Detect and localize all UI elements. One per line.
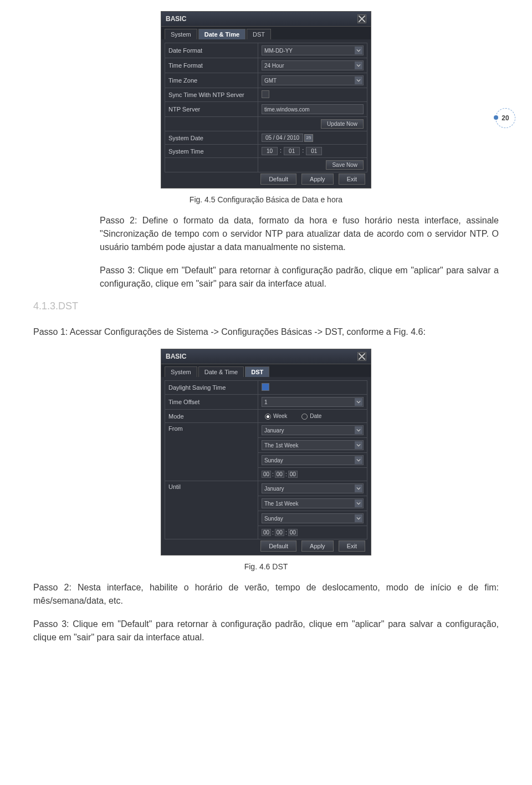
sync-ntp-label: Sync Time With NTP Server [165,88,258,102]
dialog-title: BASIC [166,353,186,360]
paragraph-passo2: Passo 2: Define o formato da data, forma… [100,214,499,254]
chevron-down-icon [355,441,362,449]
mode-date-label: Date [310,413,321,419]
basic-dialog-dst: BASIC System Date & Time DST Daylight Sa… [161,349,371,555]
mode-date-radio[interactable]: Date [301,412,321,420]
time-zone-value: GMT [264,78,277,84]
tab-system[interactable]: System [165,29,197,39]
chevron-down-icon [355,77,362,84]
ntp-server-label: NTP Server [165,102,258,117]
tab-dst[interactable]: DST [245,366,269,377]
dialog-button-row: Default Apply Exit [165,539,367,552]
tab-date-time[interactable]: Date & Time [198,366,244,377]
until-week-select[interactable]: The 1st Week [262,498,364,508]
apply-button[interactable]: Apply [301,174,334,185]
chevron-down-icon [355,398,362,406]
paragraph-passo3-dst: Passo 3: Clique em "Default" para retorn… [33,618,499,644]
date-format-label: Date Format [165,43,258,58]
system-time-hour: 10 [262,147,278,155]
save-now-button[interactable]: Save Now [326,160,364,170]
chevron-down-icon [355,456,362,464]
ntp-server-input[interactable]: time.windows.com [262,104,364,114]
close-icon[interactable] [357,352,366,361]
dialog-titlebar: BASIC [161,349,371,364]
dst-enable-checkbox[interactable] [262,383,269,391]
calendar-icon[interactable]: 25 [304,134,313,142]
system-date-value: 05 / 04 / 2010 [262,134,303,142]
chevron-down-icon [355,485,362,492]
mode-week-label: Week [273,413,287,419]
system-time-sec: 01 [306,147,322,155]
until-label: Until [165,481,258,539]
basic-dialog-datetime: BASIC System Date & Time DST Date Format… [161,11,371,188]
tab-system[interactable]: System [165,366,197,377]
paragraph-passo3: Passo 3: Clique em "Default" para retorn… [100,264,499,290]
until-time-input[interactable]: 00: 00: 00 [262,529,364,536]
chevron-down-icon [355,514,362,522]
system-time-input[interactable]: 10 : 01 : 01 [262,147,364,155]
apply-button[interactable]: Apply [301,541,334,552]
time-offset-label: Time Offset [165,395,258,410]
chevron-down-icon [355,47,362,54]
page-number: 20 [502,114,509,122]
system-date-picker[interactable]: 05 / 04 / 2010 25 [262,134,364,142]
mode-label: Mode [165,410,258,423]
exit-button[interactable]: Exit [339,541,365,552]
chevron-down-icon [355,62,362,69]
tabs-row: System Date & Time DST [161,27,371,39]
tab-date-time[interactable]: Date & Time [198,29,245,39]
time-format-value: 24 Hour [264,63,284,69]
time-format-label: Time Format [165,58,258,73]
from-label: From [165,423,258,481]
system-date-label: System Date [165,131,258,145]
figure-caption-46: Fig. 4.6 DST [33,562,499,571]
exit-button[interactable]: Exit [339,174,365,185]
page-number-badge: 20 [495,108,515,128]
time-format-select[interactable]: 24 Hour [262,60,364,70]
date-format-value: MM-DD-YY [264,48,293,54]
dst-enable-label: Daylight Saving Time [165,381,258,395]
dialog-titlebar: BASIC [161,12,371,27]
mode-week-radio[interactable]: Week [265,412,287,420]
dialog-button-row: Default Apply Exit [165,172,367,185]
time-offset-select[interactable]: 1 [262,397,364,407]
time-zone-select[interactable]: GMT [262,75,364,85]
paragraph-passo1-dst: Passo 1: Acessar Configurações de Sistem… [33,325,499,339]
until-day-select[interactable]: Sunday [262,513,364,523]
close-icon[interactable] [357,14,366,23]
time-zone-label: Time Zone [165,73,258,88]
date-format-select[interactable]: MM-DD-YY [262,45,364,55]
default-button[interactable]: Default [260,541,296,552]
dialog-title: BASIC [166,15,186,23]
from-day-select[interactable]: Sunday [262,455,364,465]
default-button[interactable]: Default [260,174,296,185]
system-time-min: 01 [284,147,300,155]
from-month-select[interactable]: January [262,425,364,435]
chevron-down-icon [355,426,362,434]
section-heading-dst: 4.1.3.DST [33,300,499,312]
chevron-down-icon [355,499,362,507]
tabs-row: System Date & Time DST [161,364,371,377]
system-time-label: System Time [165,145,258,158]
sync-ntp-checkbox[interactable] [262,90,269,98]
until-month-select[interactable]: January [262,483,364,493]
paragraph-passo2-dst: Passo 2: Nesta interface, habilite o hor… [33,581,499,608]
from-week-select[interactable]: The 1st Week [262,440,364,450]
from-time-input[interactable]: 00: 00: 00 [262,471,364,478]
update-now-button[interactable]: Update Now [321,119,364,129]
time-offset-value: 1 [264,399,268,405]
tab-dst[interactable]: DST [247,29,271,39]
ntp-server-value: time.windows.com [264,106,310,113]
figure-caption-45: Fig. 4.5 Configuração Básica de Data e h… [33,195,499,204]
